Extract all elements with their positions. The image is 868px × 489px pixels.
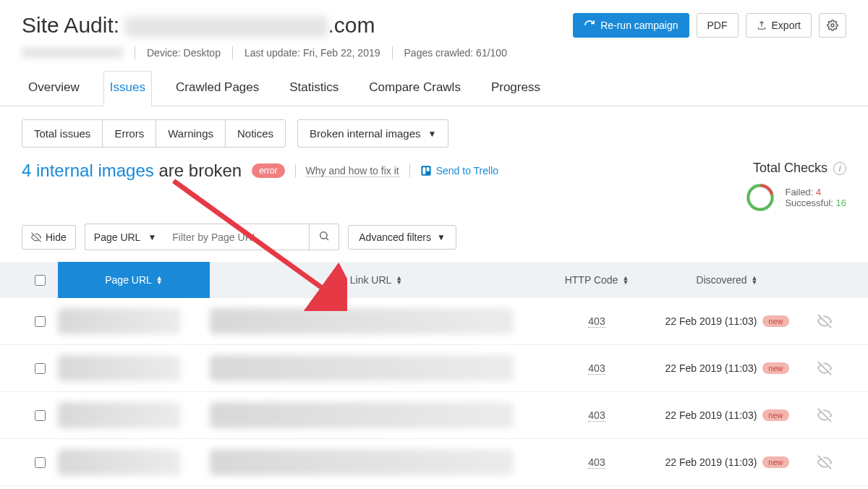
search-icon	[318, 230, 330, 242]
sort-icon: ▲▼	[752, 276, 758, 284]
sort-icon: ▲▼	[622, 276, 629, 284]
issue-type-label: Broken internal images	[310, 127, 420, 140]
th-discovered[interactable]: Discovered ▲▼	[651, 262, 803, 298]
search-button[interactable]	[310, 224, 339, 250]
svg-rect-2	[422, 167, 425, 174]
export-button[interactable]: Export	[746, 13, 812, 38]
http-code: 403	[588, 362, 605, 375]
sort-icon: ▲▼	[156, 276, 163, 284]
link-url-blurred	[210, 308, 514, 334]
seg-total-issues[interactable]: Total issues	[22, 120, 103, 147]
tab-progress[interactable]: Progress	[485, 71, 547, 106]
issue-type-dropdown[interactable]: Broken internal images ▼	[297, 119, 448, 148]
issue-level-segmented: Total issues Errors Warnings Notices	[22, 119, 286, 148]
row-checkbox[interactable]	[35, 410, 46, 421]
settings-button[interactable]	[819, 13, 846, 38]
new-badge: new	[762, 315, 788, 327]
issues-table: Page URL ▲▼ Link URL ▲▼ HTTP Code ▲▼ Dis…	[0, 262, 868, 486]
http-code: 403	[588, 315, 605, 328]
export-label: Export	[772, 20, 801, 31]
svg-point-0	[831, 24, 834, 27]
refresh-icon	[584, 20, 595, 31]
th-link-url-label: Link URL	[350, 274, 392, 286]
failed-stat: Failed: 4	[785, 187, 846, 197]
tab-crawled-pages[interactable]: Crawled Pages	[169, 71, 265, 106]
trello-label: Send to Trello	[436, 165, 498, 177]
eye-slash-icon[interactable]	[817, 408, 832, 422]
link-url-blurred	[210, 355, 514, 381]
row-checkbox[interactable]	[35, 457, 46, 468]
page-title: Site Audit: .com	[22, 13, 375, 38]
th-page-url-label: Page URL	[105, 274, 152, 286]
issue-count-link[interactable]: 4 internal images	[22, 161, 154, 180]
th-http-code[interactable]: HTTP Code ▲▼	[542, 262, 651, 298]
table-row: 403 22 Feb 2019 (11:03)new	[0, 392, 868, 439]
table-row: 403 22 Feb 2019 (11:03)new	[0, 345, 868, 392]
chevron-down-icon: ▼	[427, 129, 436, 139]
export-icon	[757, 20, 767, 30]
pdf-label: PDF	[707, 20, 728, 31]
th-link-url[interactable]: Link URL ▲▼	[210, 262, 542, 298]
link-url-blurred	[210, 449, 514, 475]
discovered-date: 22 Feb 2019 (11:03)	[665, 315, 757, 327]
svg-rect-1	[421, 166, 430, 175]
th-checkbox	[22, 262, 58, 298]
checks-donut-chart	[744, 182, 776, 213]
filter-field-dropdown[interactable]: Page URL ▼	[85, 224, 165, 250]
chevron-down-icon: ▼	[437, 232, 446, 242]
last-update-label: Last update: Fri, Feb 22, 2019	[244, 47, 380, 59]
sort-icon: ▲▼	[396, 276, 402, 284]
row-checkbox[interactable]	[35, 316, 46, 327]
advanced-filters-dropdown[interactable]: Advanced filters ▼	[348, 225, 456, 250]
tab-compare-crawls[interactable]: Compare Crawls	[362, 71, 467, 106]
seg-warnings[interactable]: Warnings	[156, 120, 226, 147]
eye-slash-icon[interactable]	[817, 361, 832, 375]
issue-summary: 4 internal images are broken error Why a…	[22, 161, 498, 181]
title-prefix: Site Audit:	[22, 13, 125, 37]
info-icon[interactable]: i	[833, 162, 846, 175]
eye-slash-icon	[31, 232, 41, 242]
select-all-checkbox[interactable]	[35, 275, 46, 286]
rerun-campaign-button[interactable]: Re-run campaign	[573, 13, 689, 38]
svg-point-6	[320, 232, 327, 239]
total-checks-label: Total Checks	[753, 161, 827, 176]
page-url-blurred	[58, 449, 181, 475]
advanced-filters-label: Advanced filters	[359, 231, 431, 243]
row-checkbox[interactable]	[35, 363, 46, 374]
svg-rect-3	[426, 167, 429, 171]
discovered-date: 22 Feb 2019 (11:03)	[665, 362, 757, 374]
tab-statistics[interactable]: Statistics	[283, 71, 345, 106]
send-to-trello-link[interactable]: Send to Trello	[420, 165, 498, 177]
http-code: 403	[588, 409, 605, 422]
th-page-url[interactable]: Page URL ▲▼	[58, 262, 210, 298]
tab-overview[interactable]: Overview	[22, 71, 86, 106]
total-checks-title: Total Checks i	[753, 161, 846, 176]
title-suffix: .com	[328, 13, 375, 37]
why-fix-link[interactable]: Why and how to fix it	[306, 165, 399, 177]
tab-issues[interactable]: Issues	[103, 71, 152, 106]
pdf-button[interactable]: PDF	[697, 13, 739, 38]
th-discovered-label: Discovered	[697, 274, 747, 286]
domain-blurred	[125, 17, 328, 37]
hide-label: Hide	[46, 231, 67, 243]
eye-slash-icon[interactable]	[817, 314, 832, 328]
new-badge: new	[762, 362, 788, 374]
filter-field-label: Page URL	[94, 231, 141, 243]
discovered-date: 22 Feb 2019 (11:03)	[665, 409, 757, 421]
th-actions	[803, 262, 846, 298]
filter-input[interactable]	[165, 224, 310, 250]
pages-crawled-label: Pages crawled: 61/100	[404, 47, 507, 59]
tabs-nav: Overview Issues Crawled Pages Statistics…	[0, 71, 868, 106]
successful-stat: Successful: 16	[785, 197, 846, 208]
link-url-blurred	[210, 402, 514, 428]
seg-errors[interactable]: Errors	[103, 120, 156, 147]
th-http-label: HTTP Code	[565, 274, 618, 286]
gear-icon	[827, 20, 838, 31]
http-code: 403	[588, 456, 605, 469]
rerun-label: Re-run campaign	[600, 20, 678, 31]
seg-notices[interactable]: Notices	[226, 120, 285, 147]
table-row: 403 22 Feb 2019 (11:03)new	[0, 298, 868, 345]
eye-slash-icon[interactable]	[817, 455, 832, 469]
hide-button[interactable]: Hide	[22, 225, 76, 250]
discovered-date: 22 Feb 2019 (11:03)	[665, 456, 757, 468]
